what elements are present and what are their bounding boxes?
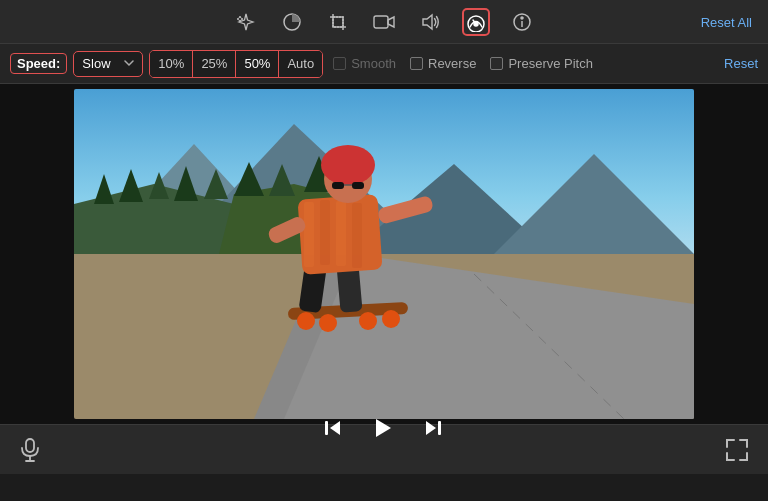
sparkle-icon[interactable] (232, 8, 260, 36)
svg-rect-36 (320, 200, 330, 265)
svg-rect-44 (352, 182, 364, 189)
svg-rect-2 (374, 16, 388, 28)
svg-rect-49 (325, 421, 328, 435)
speed-preset-group: 10% 25% 50% Auto (149, 50, 323, 78)
svg-rect-37 (336, 201, 346, 266)
preserve-pitch-checkbox[interactable] (490, 57, 503, 70)
svg-rect-46 (26, 439, 34, 452)
toolbar-icons (232, 8, 536, 36)
info-icon[interactable] (508, 8, 536, 36)
microphone-button[interactable] (20, 438, 40, 462)
speed-dropdown[interactable]: Slow (73, 51, 143, 77)
play-button[interactable] (371, 416, 395, 440)
svg-marker-14 (94, 174, 114, 204)
speed-label: Speed: (10, 53, 67, 74)
smooth-option[interactable]: Smooth (329, 56, 400, 71)
svg-point-30 (359, 312, 377, 330)
svg-rect-40 (376, 195, 433, 225)
color-wheel-icon[interactable] (278, 8, 306, 36)
speed-controls-row: Speed: Slow 10% 25% 50% Auto Smooth Reve… (0, 44, 768, 84)
svg-point-29 (319, 314, 337, 332)
svg-point-28 (297, 312, 315, 330)
fullscreen-button[interactable] (726, 439, 748, 461)
svg-rect-1 (333, 17, 343, 27)
svg-rect-43 (332, 182, 344, 189)
svg-rect-35 (304, 202, 314, 267)
preserve-pitch-option[interactable]: Preserve Pitch (486, 56, 597, 71)
preserve-pitch-label: Preserve Pitch (508, 56, 593, 71)
smooth-checkbox[interactable] (333, 57, 346, 70)
speed-10-button[interactable]: 10% (150, 51, 193, 77)
crop-icon[interactable] (324, 8, 352, 36)
speedometer-icon[interactable] (462, 8, 490, 36)
svg-point-31 (382, 310, 400, 328)
bottom-left (20, 438, 40, 462)
svg-marker-15 (119, 169, 143, 202)
skip-back-button[interactable] (323, 418, 343, 438)
speed-50-button[interactable]: 50% (236, 51, 279, 77)
audio-icon[interactable] (416, 8, 444, 36)
svg-rect-38 (352, 203, 362, 268)
top-toolbar: Reset All (0, 0, 768, 44)
reverse-checkbox[interactable] (410, 57, 423, 70)
speed-auto-button[interactable]: Auto (279, 51, 322, 77)
svg-point-42 (321, 145, 375, 185)
reverse-option[interactable]: Reverse (406, 56, 480, 71)
bottom-right (726, 439, 748, 461)
smooth-label: Smooth (351, 56, 396, 71)
reset-button[interactable]: Reset (724, 56, 758, 71)
speed-25-button[interactable]: 25% (193, 51, 236, 77)
skip-forward-button[interactable] (423, 418, 443, 438)
reverse-label: Reverse (428, 56, 476, 71)
playback-controls (323, 416, 443, 440)
video-camera-icon[interactable] (370, 8, 398, 36)
video-frame (74, 89, 694, 419)
svg-rect-50 (438, 421, 441, 435)
svg-point-7 (521, 17, 523, 19)
bottom-controls (0, 424, 768, 474)
video-area (0, 84, 768, 424)
reset-all-button[interactable]: Reset All (701, 14, 752, 29)
